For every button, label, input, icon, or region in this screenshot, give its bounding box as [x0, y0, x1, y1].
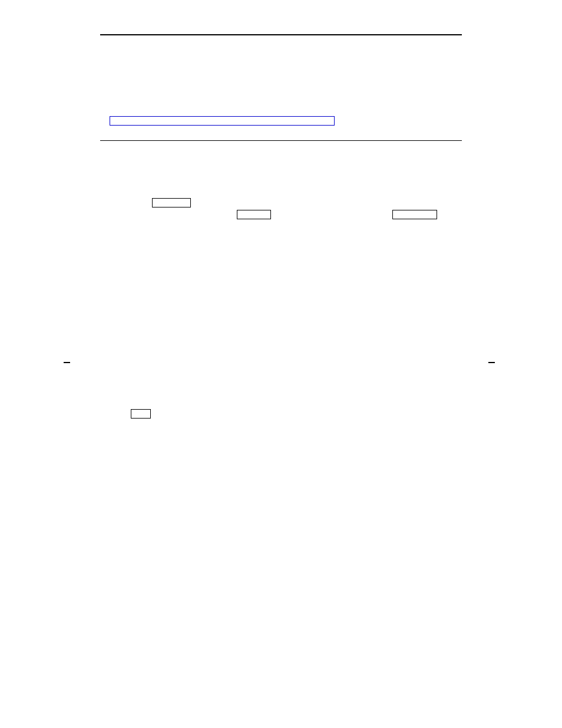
reference-box-2[interactable]: [237, 210, 271, 219]
reference-box-4[interactable]: [131, 409, 151, 419]
margin-mark-left: [64, 362, 70, 363]
link-reference-box[interactable]: [110, 116, 335, 126]
section-horizontal-rule: [100, 140, 462, 141]
reference-box-3[interactable]: [392, 210, 437, 219]
page-content: [100, 0, 462, 35]
top-horizontal-rule: [100, 34, 462, 35]
margin-mark-right: [488, 362, 495, 363]
reference-box-1[interactable]: [152, 198, 191, 207]
